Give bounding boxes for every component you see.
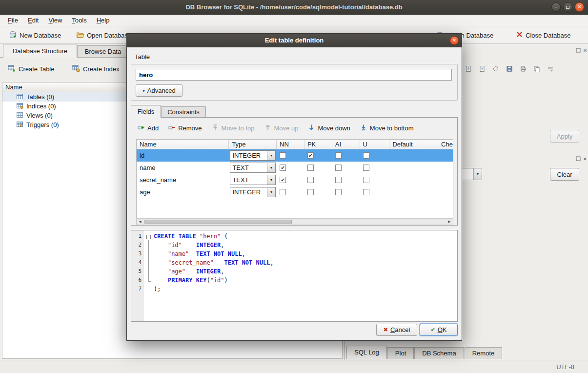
dock-float-icon[interactable] <box>575 47 582 54</box>
scroll-left-icon[interactable]: ◀ <box>137 219 143 225</box>
field-row-age[interactable]: ageINTEGER▾ <box>137 186 453 198</box>
remove-field-button[interactable]: Remove <box>164 122 206 134</box>
menu-help[interactable]: Help <box>92 15 115 25</box>
add-field-button[interactable]: Add <box>133 122 163 134</box>
tab-db-schema[interactable]: DB Schema <box>414 347 464 359</box>
field-row-secret_name[interactable]: secret_nameTEXT▾✔ <box>137 174 453 186</box>
field-name-cell[interactable]: id <box>137 149 229 162</box>
check-cell[interactable] <box>438 149 453 162</box>
create-index-button[interactable]: Create Index <box>68 62 123 76</box>
header-name[interactable]: Name <box>137 140 229 149</box>
check-cell[interactable] <box>438 162 453 174</box>
field-name-cell[interactable]: name <box>137 162 229 174</box>
u-checkbox[interactable] <box>363 165 369 171</box>
maximize-button[interactable] <box>563 2 572 12</box>
nn-checkbox[interactable]: ✔ <box>280 177 286 183</box>
save-button[interactable] <box>504 63 515 75</box>
ai-checkbox[interactable] <box>335 165 342 171</box>
pk-checkbox[interactable] <box>307 177 314 183</box>
sql-preview[interactable]: 1234567 CREATE TABLE "hero" ( "id" INTEG… <box>131 230 458 322</box>
menu-view[interactable]: View <box>43 15 67 25</box>
default-cell[interactable] <box>389 186 438 198</box>
ai-checkbox[interactable] <box>335 177 342 183</box>
header-u[interactable]: U <box>360 140 390 149</box>
default-cell[interactable] <box>389 149 438 162</box>
clear-button[interactable]: Clear <box>550 168 579 181</box>
scroll-right-icon[interactable]: ▶ <box>446 219 453 225</box>
field-name-cell[interactable]: age <box>137 186 229 198</box>
header-nn[interactable]: NN <box>277 140 304 149</box>
tab-browse-data[interactable]: Browse Data <box>77 45 129 58</box>
create-table-button[interactable]: Create Table <box>4 62 58 76</box>
table-name-input[interactable] <box>136 69 452 81</box>
tab-constraints[interactable]: Constraints <box>161 106 206 118</box>
set-null-button[interactable] <box>490 63 502 75</box>
dock-close-icon[interactable]: ✕ <box>582 47 588 54</box>
ok-button[interactable]: ✔ OK <box>420 324 458 336</box>
combo-arrow-icon[interactable]: ▾ <box>267 163 275 172</box>
nn-checkbox[interactable]: ✔ <box>280 165 286 171</box>
wrap-button[interactable] <box>545 63 556 75</box>
field-name-cell[interactable]: secret_name <box>137 174 229 186</box>
combo-arrow-icon[interactable]: ▾ <box>473 168 482 180</box>
header-default[interactable]: Default <box>389 140 438 149</box>
pk-checkbox[interactable] <box>307 189 314 195</box>
scrollbar-thumb[interactable] <box>144 220 292 224</box>
combo-arrow-icon[interactable]: ▾ <box>267 151 275 160</box>
menu-tools[interactable]: Tools <box>67 15 91 25</box>
ai-checkbox[interactable] <box>335 189 342 195</box>
field-type-combobox[interactable]: INTEGER▾ <box>230 150 276 161</box>
new-database-button[interactable]: New Database <box>5 28 65 42</box>
export-button[interactable] <box>476 63 488 75</box>
pk-checkbox[interactable]: ✔ <box>307 152 314 159</box>
field-row-name[interactable]: nameTEXT▾✔ <box>137 162 453 174</box>
u-checkbox[interactable] <box>363 177 369 183</box>
minimize-button[interactable]: – <box>551 2 561 12</box>
tab-fields[interactable]: Fields <box>131 105 161 118</box>
ai-checkbox[interactable] <box>335 152 342 159</box>
default-cell[interactable] <box>389 174 438 186</box>
menu-file[interactable]: File <box>3 15 23 25</box>
nn-checkbox[interactable] <box>280 152 286 159</box>
move-to-bottom-button[interactable]: Move to bottom <box>356 122 418 134</box>
import-button[interactable] <box>463 63 474 75</box>
tab-sql-log[interactable]: SQL Log <box>346 346 387 359</box>
header-ai[interactable]: AI <box>332 140 360 149</box>
open-database-button[interactable]: Open Database <box>72 28 135 42</box>
menu-edit[interactable]: Edit <box>23 15 43 25</box>
default-cell[interactable] <box>389 162 438 174</box>
header-type[interactable]: Type <box>229 140 277 149</box>
nn-checkbox[interactable] <box>280 189 286 195</box>
close-window-button[interactable]: ✕ <box>575 2 584 12</box>
tab-database-structure[interactable]: Database Structure <box>3 44 77 58</box>
copy-button[interactable] <box>531 63 543 75</box>
combo-arrow-icon[interactable]: ▾ <box>267 175 275 185</box>
tab-plot[interactable]: Plot <box>387 347 414 359</box>
header-pk[interactable]: PK <box>304 140 332 149</box>
tree-item-label: Tables (0) <box>26 93 54 101</box>
print-button[interactable] <box>517 63 529 75</box>
header-check[interactable]: Check <box>438 140 453 149</box>
dialog-close-button[interactable]: ✕ <box>450 36 459 45</box>
field-row-id[interactable]: idINTEGER▾✔ <box>137 149 453 162</box>
window-titlebar[interactable]: DB Browser for SQLite - /home/user/code/… <box>0 0 588 15</box>
cancel-button[interactable]: ✖ Cancel <box>376 324 417 336</box>
tab-remote[interactable]: Remote <box>465 347 503 359</box>
check-cell[interactable] <box>438 174 453 186</box>
fold-marker-icon[interactable] <box>146 235 151 239</box>
field-type-combobox[interactable]: TEXT▾ <box>230 163 276 173</box>
u-checkbox[interactable] <box>363 189 369 195</box>
advanced-button[interactable]: ▾ Advanced <box>136 84 182 97</box>
combo-arrow-icon[interactable]: ▾ <box>267 187 275 197</box>
dock-close-icon[interactable]: ✕ <box>582 156 588 162</box>
field-type-combobox[interactable]: TEXT▾ <box>230 175 276 185</box>
close-database-button[interactable]: Close Database <box>512 28 575 42</box>
dock-float-icon[interactable] <box>575 156 582 162</box>
move-down-button[interactable]: Move down <box>304 122 354 134</box>
u-checkbox[interactable] <box>363 152 369 159</box>
pk-checkbox[interactable] <box>307 165 314 171</box>
dialog-titlebar[interactable]: Edit table definition ✕ <box>127 34 462 47</box>
horizontal-scrollbar[interactable]: ◀ ▶ <box>136 218 453 225</box>
check-cell[interactable] <box>438 186 453 198</box>
field-type-combobox[interactable]: INTEGER▾ <box>230 187 276 197</box>
